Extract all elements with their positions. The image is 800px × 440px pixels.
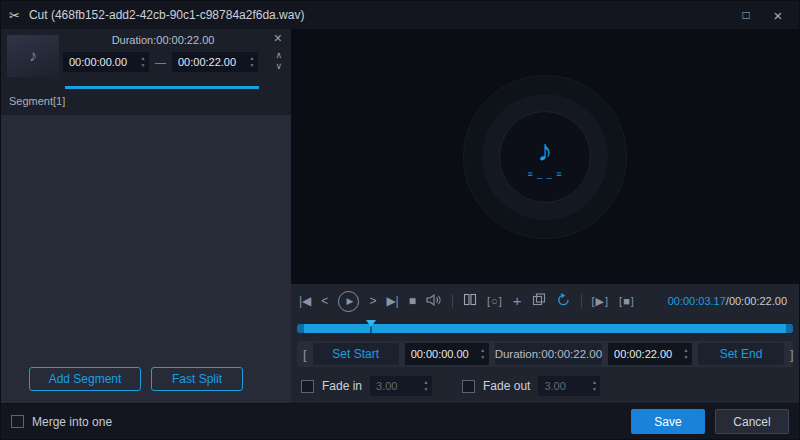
fade-in-checkbox[interactable] <box>301 380 314 393</box>
fade-in-spinner: ▲ ▼ <box>420 380 432 392</box>
footer-bar: Merge into one Save Cancel <box>1 403 799 439</box>
segment-progress-bar <box>65 86 259 89</box>
play-icon: ▶ <box>344 296 353 306</box>
trim-end-value[interactable] <box>608 348 680 360</box>
trim-end-spinner: ▲ ▼ <box>680 348 692 360</box>
vinyl-inner-disc: ♪ ≡ _ _ ≡ <box>499 111 591 203</box>
play-button[interactable]: ▶ <box>338 291 359 312</box>
trim-start-spinner: ▲ ▼ <box>477 348 489 360</box>
segment-end-value[interactable] <box>172 56 246 68</box>
trim-controls: [ Set Start ▲ ▼ Duration:00:00:22.00 ▲ ▼… <box>297 341 793 367</box>
music-note-icon: ♪ <box>29 47 37 65</box>
spin-down-icon[interactable]: ▼ <box>246 63 258 68</box>
player-toolbar: |◀ < ▶ > ▶| ■ [○] <box>295 284 791 318</box>
step-forward-icon[interactable]: > <box>369 295 376 307</box>
fade-out-spinner: ▲ ▼ <box>588 380 600 392</box>
snapshot-icon[interactable]: [○] <box>487 295 503 307</box>
scissors-icon: ✂ <box>9 8 20 23</box>
segment-name-label: Segment[1] <box>9 95 65 107</box>
set-end-button[interactable]: Set End <box>698 343 784 365</box>
stop-icon[interactable]: ■ <box>409 295 416 307</box>
toolbar-separator <box>452 294 453 308</box>
fast-split-button[interactable]: Fast Split <box>151 367 243 391</box>
range-dash: — <box>155 56 166 68</box>
audio-preview: ♪ ≡ _ _ ≡ <box>291 29 799 284</box>
set-start-button[interactable]: Set Start <box>313 343 399 365</box>
spin-down-icon[interactable]: ▼ <box>588 387 600 392</box>
vinyl-outer-ring: ♪ ≡ _ _ ≡ <box>463 75 627 239</box>
close-button[interactable]: × <box>765 4 791 26</box>
save-button[interactable]: Save <box>631 409 705 434</box>
segment-thumbnail: ♪ <box>7 35 59 77</box>
playhead-marker[interactable] <box>366 320 376 327</box>
timeline <box>297 320 793 335</box>
cut-dialog: ✂ Cut (468fb152-add2-42cb-90c1-c98784a2f… <box>0 0 800 440</box>
fade-in-value[interactable] <box>370 380 420 392</box>
fade-in-label: Fade in <box>322 379 362 393</box>
skip-to-end-icon[interactable]: ▶| <box>386 295 398 307</box>
play-segment-icon[interactable]: [▶] <box>592 295 610 307</box>
add-segment-button[interactable]: Add Segment <box>29 367 141 391</box>
window-title: Cut (468fb152-add2-42cb-90c1-c98784a2f6d… <box>29 8 305 22</box>
music-note-icon: ♪ <box>538 136 553 166</box>
skip-to-start-icon[interactable]: |◀ <box>299 295 311 307</box>
move-segment-down-icon[interactable]: ∨ <box>275 62 282 71</box>
spin-up-icon[interactable]: ▲ <box>477 348 489 353</box>
spin-down-icon[interactable]: ▼ <box>137 63 149 68</box>
merge-checkbox[interactable] <box>11 415 24 428</box>
merge-label: Merge into one <box>32 415 112 429</box>
segment-end-input[interactable]: ▲ ▼ <box>172 52 258 72</box>
maximize-button[interactable]: □ <box>733 4 759 26</box>
vinyl-middle-ring: ♪ ≡ _ _ ≡ <box>482 94 608 220</box>
cancel-button[interactable]: Cancel <box>715 409 789 434</box>
spin-down-icon[interactable]: ▼ <box>680 355 692 360</box>
segment-panel: ♪ Duration:00:00:22.00 ▲ ▼ — ▲ ▼ <box>1 29 291 403</box>
current-time: 00:00:03.17 <box>668 295 726 307</box>
fade-out-value[interactable] <box>538 380 588 392</box>
toolbar-separator <box>581 294 582 308</box>
spin-up-icon[interactable]: ▲ <box>137 56 149 61</box>
segment-time-inputs: ▲ ▼ — ▲ ▼ <box>63 52 258 72</box>
remove-segment-icon[interactable]: × <box>274 31 282 45</box>
segment-start-input[interactable]: ▲ ▼ <box>63 52 149 72</box>
trim-end-input[interactable]: ▲ ▼ <box>608 343 692 365</box>
fade-out-input[interactable]: ▲ ▼ <box>538 376 600 396</box>
stop-segment-icon[interactable]: [■] <box>619 295 635 307</box>
start-bracket-icon: [ <box>303 347 307 362</box>
move-segment-up-icon[interactable]: ∧ <box>275 51 282 60</box>
spin-up-icon[interactable]: ▲ <box>588 380 600 385</box>
segment-card[interactable]: ♪ Duration:00:00:22.00 ▲ ▼ — ▲ ▼ <box>1 29 291 115</box>
fade-out-label: Fade out <box>483 379 530 393</box>
copy-icon[interactable] <box>532 293 546 309</box>
total-time: /00:00:22.00 <box>726 295 787 307</box>
fade-out-checkbox[interactable] <box>462 380 475 393</box>
spin-down-icon[interactable]: ▼ <box>420 387 432 392</box>
spin-up-icon[interactable]: ▲ <box>420 380 432 385</box>
fade-controls: Fade in ▲ ▼ Fade out ▲ ▼ <box>301 375 600 397</box>
trim-start-value[interactable] <box>405 348 477 360</box>
end-bracket-icon: ] <box>790 347 794 362</box>
equalizer-bars-icon: ≡ _ _ ≡ <box>527 169 562 179</box>
spin-up-icon[interactable]: ▲ <box>680 348 692 353</box>
add-icon[interactable]: + <box>513 295 522 307</box>
spin-up-icon[interactable]: ▲ <box>246 56 258 61</box>
reset-icon[interactable] <box>556 293 571 310</box>
window-controls: □ × <box>733 4 791 26</box>
segment-start-spinner: ▲ ▼ <box>137 56 149 68</box>
titlebar: ✂ Cut (468fb152-add2-42cb-90c1-c98784a2f… <box>1 1 799 29</box>
preview-panel: ♪ ≡ _ _ ≡ |◀ < ▶ > ▶| ■ <box>291 29 799 403</box>
segment-end-spinner: ▲ ▼ <box>246 56 258 68</box>
step-back-icon[interactable]: < <box>321 295 328 307</box>
time-display: 00:00:03.17/00:00:22.00 <box>668 295 787 307</box>
volume-icon[interactable] <box>426 293 442 310</box>
merge-option: Merge into one <box>11 415 112 429</box>
trim-duration-label: Duration:00:00:22.00 <box>495 343 602 365</box>
spin-down-icon[interactable]: ▼ <box>477 355 489 360</box>
fade-in-input[interactable]: ▲ ▼ <box>370 376 432 396</box>
trim-start-input[interactable]: ▲ ▼ <box>405 343 489 365</box>
segment-start-value[interactable] <box>63 56 137 68</box>
split-icon[interactable] <box>463 293 477 309</box>
segment-duration-label: Duration:00:00:22.00 <box>61 34 265 46</box>
